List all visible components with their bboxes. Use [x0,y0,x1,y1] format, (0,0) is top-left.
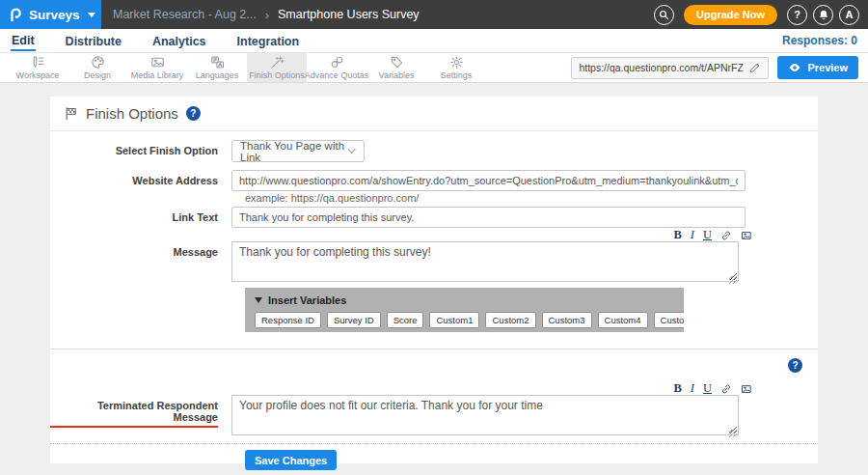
settings-gear-icon [449,55,464,70]
chevron-down-icon [347,148,356,154]
variable-survey-id-button[interactable]: Survey ID [327,312,381,328]
breadcrumb: Market Research - Aug 2... › Smartphone … [113,0,420,29]
terminated-message-textarea[interactable]: Your profile does not fit our criteria. … [231,395,739,435]
bold-button[interactable]: B [673,229,681,241]
dotted-divider [50,443,818,444]
variable-response-id-button[interactable]: Response ID [255,312,321,328]
responses-count[interactable]: Responses: 0 [782,34,857,47]
variable-custom3-button[interactable]: Custom3 [542,312,592,328]
insert-variables-buttons: Response ID Survey ID Score Custom1 Cust… [255,312,674,328]
insert-image-button[interactable] [741,383,752,395]
variable-custom1-button[interactable]: Custom1 [429,312,479,328]
toolbar-item-workspace[interactable]: Workspace [8,53,68,82]
tab-edit[interactable]: Edit [11,31,36,51]
message-label: Message [50,241,231,258]
topbar: Surveys Market Research - Aug 2... › Sma… [0,0,868,29]
topbar-actions: Upgrade Now ? A [654,0,868,29]
questionpro-logo [8,7,23,22]
insert-variables-panel: Insert Variables Response ID Survey ID S… [245,288,684,332]
upgrade-now-button[interactable]: Upgrade Now [684,5,777,25]
image-icon [741,230,752,241]
variable-custom2-button[interactable]: Custom2 [485,312,535,328]
bold-button[interactable]: B [673,382,681,395]
tab-distribute[interactable]: Distribute [65,32,122,50]
link-chain-icon [720,230,732,241]
finish-flag-icon [64,106,78,121]
toolbar-right: Preview [571,53,868,82]
insert-link-button[interactable] [720,383,732,395]
toolbar-item-media-library[interactable]: Media Library [127,53,187,82]
terminated-message-label: Terminated Respondent Message [50,395,231,428]
toolbar-item-advance-quotas[interactable]: Advance Quotas [307,53,366,82]
website-address-example: example: https://qa.questionpro.com/ [245,192,818,205]
edit-toolbar: Workspace Design Media Library Languages… [0,53,868,83]
link-text-input[interactable] [231,207,746,228]
finish-option-label: Select Finish Option [50,140,231,156]
terminated-format-toolbar: B I U [50,382,752,395]
advance-quotas-chain-icon [330,55,344,70]
search-button[interactable] [654,5,674,25]
surveys-menu[interactable]: Surveys [0,0,101,29]
bell-icon [818,9,829,20]
italic-button[interactable]: I [691,382,694,395]
terminated-message-row: Terminated Respondent Message Your profi… [50,395,818,439]
insert-link-button[interactable] [720,230,732,241]
survey-url-box [571,57,769,79]
save-changes-button[interactable]: Save Changes [245,450,337,470]
languages-icon [210,55,225,70]
chevron-down-icon [88,13,95,17]
variable-custom4-button[interactable]: Custom4 [598,312,648,328]
message-format-toolbar: B I U [50,229,752,241]
tab-integration[interactable]: Integration [236,32,301,50]
preview-button[interactable]: Preview [777,56,858,79]
breadcrumb-folder[interactable]: Market Research - Aug 2... [113,8,257,21]
main-tabs: Edit Distribute Analytics Integration Re… [0,29,868,53]
media-library-icon [150,55,165,70]
toolbar-item-finish-options[interactable]: Finish Options [247,53,307,82]
notifications-button[interactable] [813,5,833,25]
variable-score-button[interactable]: Score [387,312,424,328]
finish-option-select[interactable]: Thank You Page with Link [231,140,365,162]
toolbar-item-design[interactable]: Design [68,53,127,82]
link-text-row: Link Text [50,207,818,228]
link-text-label: Link Text [50,207,231,223]
underline-button[interactable]: U [703,229,712,241]
message-textarea[interactable]: Thank you for completing this survey! [231,241,739,282]
insert-variables-toggle[interactable]: Insert Variables [255,293,674,307]
search-icon [658,9,670,21]
workspace-icon [31,55,45,70]
finish-options-help-icon[interactable]: ? [186,106,201,121]
italic-button[interactable]: I [691,229,694,241]
eye-icon [788,61,801,74]
variables-tag-icon [390,55,404,70]
toolbar-item-languages[interactable]: Languages [187,53,247,82]
edit-url-pencil-icon[interactable] [748,62,761,74]
website-address-label: Website Address [50,170,231,186]
breadcrumb-survey-name: Smartphone Users Survey [278,8,420,21]
insert-image-button[interactable] [741,230,752,241]
avatar[interactable]: A [839,5,859,25]
toolbar-item-variables[interactable]: Variables [366,53,426,82]
triangle-down-icon [255,297,262,303]
help-button[interactable]: ? [787,5,807,25]
survey-url-input[interactable] [579,62,744,73]
finish-options-card: Finish Options ? Select Finish Option Th… [50,97,818,463]
section-divider [50,349,818,349]
message-row: Message Thank you for completing this su… [50,241,818,286]
variable-custom5-button[interactable]: Custom5 [654,312,684,328]
underline-button[interactable]: U [703,382,712,395]
finish-options-wand-icon [270,55,285,70]
design-palette-icon [91,55,105,70]
website-address-row: Website Address [50,170,818,191]
finish-option-row: Select Finish Option Thank You Page with… [50,140,818,162]
card-header: Finish Options ? [50,97,818,131]
toolbar-item-settings[interactable]: Settings [426,53,486,82]
tab-analytics[interactable]: Analytics [151,32,207,50]
terminated-help-icon[interactable]: ? [788,358,802,373]
page-title: Finish Options [86,105,178,122]
link-chain-icon [720,383,732,395]
breadcrumb-separator: › [265,8,269,22]
product-name: Surveys [29,8,80,22]
website-address-input[interactable] [231,170,746,191]
image-icon [741,383,752,395]
